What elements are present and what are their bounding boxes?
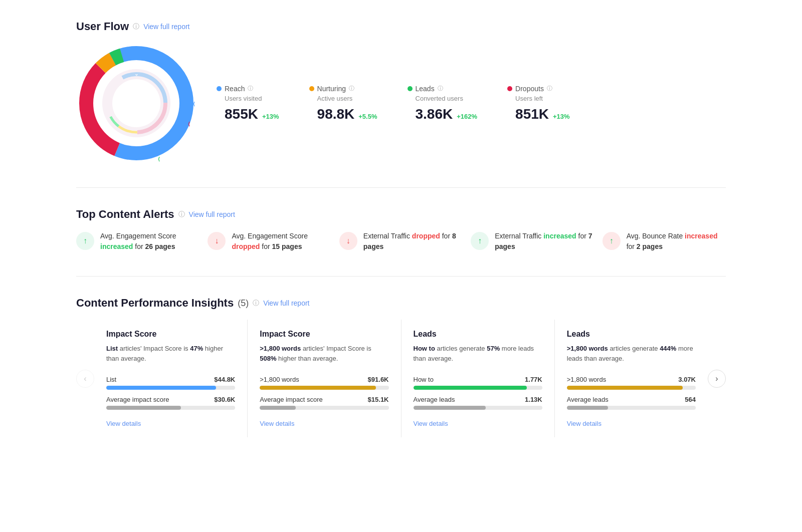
metric-value-dropouts: 851K	[515, 106, 549, 122]
insight-desc-2: >1,800 words articles' Impact Score is 5…	[260, 344, 388, 368]
bar-fill-avg-1	[106, 406, 181, 410]
alert-text-1: Avg. Engagement Score increased for 26 p…	[100, 231, 199, 252]
metric-info-dropouts[interactable]: ⓘ	[547, 85, 552, 92]
bar-label-avg-3: Average leads	[414, 396, 455, 403]
bar-track-primary-1	[106, 386, 235, 390]
prev-button[interactable]: ‹	[76, 370, 94, 388]
metric-dot-leads	[408, 86, 413, 91]
metric-change-reach: +13%	[262, 113, 279, 120]
bar-value-avg-1: $30.6K	[214, 396, 235, 403]
alert-icon-3: ↓	[339, 232, 357, 250]
metric-value-leads: 3.86K	[416, 106, 453, 122]
alert-card-3: ↓ External Traffic dropped for 8 pages	[339, 231, 463, 252]
bar-value-primary-2: $91.6K	[368, 376, 389, 383]
metric-label-row: Nurturing ⓘ	[309, 85, 377, 93]
view-details-2[interactable]: View details	[260, 420, 294, 427]
metrics-grid: Reach ⓘ Users visited 855K +13% Nurturin…	[217, 85, 726, 122]
alert-arrow-4: ↑	[478, 236, 482, 245]
alert-text-3: External Traffic dropped for 8 pages	[363, 231, 463, 252]
insights-carousel: ‹ Impact Score List articles' Impact Sco…	[76, 320, 726, 437]
metric-dot-reach	[217, 86, 222, 91]
insight-card-3: Leads How to articles generate 57% more …	[402, 320, 555, 437]
divider-2	[76, 276, 726, 277]
bar-value-primary-1: $44.8K	[214, 376, 235, 383]
metric-nurturing: Nurturing ⓘ Active users 98.8K +5.5%	[309, 85, 377, 122]
bar-fill-primary-3	[414, 386, 527, 390]
view-details-1[interactable]: View details	[106, 420, 141, 427]
metric-info-leads[interactable]: ⓘ	[438, 85, 443, 92]
metric-dot-dropouts	[507, 86, 512, 91]
alerts-section: Top Content Alerts ⓘ View full report ↑ …	[76, 200, 726, 264]
bar-value-primary-3: 1.77K	[525, 376, 542, 383]
bar-track-avg-2	[260, 406, 388, 410]
insights-view-report[interactable]: View full report	[263, 299, 309, 307]
bar-track-primary-3	[414, 386, 542, 390]
next-button[interactable]: ›	[708, 370, 726, 388]
metric-sub-nurturing: Active users	[317, 95, 377, 102]
alerts-header: Top Content Alerts ⓘ View full report	[76, 208, 726, 221]
bar-fill-avg-3	[414, 406, 486, 410]
metric-value-row-reach: 855K +13%	[225, 106, 279, 122]
bar-label-primary-3: How to	[414, 376, 434, 383]
user-flow-info-icon[interactable]: ⓘ	[133, 22, 139, 31]
metric-sub-leads: Converted users	[416, 95, 478, 102]
bar-row-primary-2: >1,800 words $91.6K	[260, 376, 388, 390]
insights-grid: Impact Score List articles' Impact Score…	[94, 320, 708, 437]
alert-arrow-5: ↑	[610, 236, 614, 245]
alerts-info-icon[interactable]: ⓘ	[178, 210, 185, 219]
insight-desc-1: List articles' Impact Score is 47% highe…	[106, 344, 235, 368]
user-flow-content: ⌄ ⟨ ⟨ ⟨ Reach ⓘ Users visited 855K +13%	[76, 43, 726, 163]
metric-dot-nurturing	[309, 86, 314, 91]
view-details-3[interactable]: View details	[414, 420, 448, 427]
bar-row-avg-4: Average leads 564	[567, 396, 696, 410]
metric-change-leads: +162%	[457, 113, 477, 120]
alert-arrow-1: ↑	[83, 236, 87, 245]
view-details-4[interactable]: View details	[567, 420, 602, 427]
insight-type-3: Leads	[414, 330, 542, 339]
alert-card-2: ↓ Avg. Engagement Score dropped for 15 p…	[208, 231, 331, 252]
alerts-grid: ↑ Avg. Engagement Score increased for 26…	[76, 231, 726, 252]
alert-arrow-3: ↓	[346, 236, 350, 245]
metric-info-reach[interactable]: ⓘ	[248, 85, 253, 92]
alert-arrow-2: ↓	[215, 236, 219, 245]
insight-type-1: Impact Score	[106, 330, 235, 339]
insights-header: Content Performance Insights (5) ⓘ View …	[76, 297, 726, 310]
user-flow-section: User Flow ⓘ View full report	[76, 12, 726, 175]
insights-section: Content Performance Insights (5) ⓘ View …	[76, 289, 726, 449]
bar-value-avg-3: 1.13K	[525, 396, 542, 403]
metric-value-row-leads: 3.86K +162%	[416, 106, 478, 122]
bar-track-avg-4	[567, 406, 696, 410]
metric-sub-reach: Users visited	[225, 95, 279, 102]
bar-value-avg-2: $15.1K	[368, 396, 389, 403]
svg-text:⟨: ⟨	[158, 156, 160, 162]
svg-text:⟨: ⟨	[188, 121, 190, 127]
metric-label-row: Leads ⓘ	[408, 85, 478, 93]
metric-change-nurturing: +5.5%	[358, 113, 377, 120]
bar-row-avg-1: Average impact score $30.6K	[106, 396, 235, 410]
bar-label-primary-2: >1,800 words	[260, 376, 299, 383]
alert-icon-5: ↑	[603, 232, 621, 250]
metric-info-nurturing[interactable]: ⓘ	[349, 85, 354, 92]
bar-value-avg-4: 564	[685, 396, 696, 403]
insights-info-icon[interactable]: ⓘ	[253, 299, 259, 308]
metric-dropouts: Dropouts ⓘ Users left 851K +13%	[507, 85, 570, 122]
svg-text:⌄: ⌄	[134, 71, 138, 77]
metric-value-row-nurturing: 98.8K +5.5%	[317, 106, 377, 122]
user-flow-view-report[interactable]: View full report	[143, 23, 189, 31]
bar-track-primary-2	[260, 386, 388, 390]
metric-label-leads: Leads	[416, 85, 435, 93]
bar-label-avg-4: Average leads	[567, 396, 609, 403]
donut-chart: ⌄ ⟨ ⟨ ⟨	[76, 43, 196, 163]
bar-row-primary-1: List $44.8K	[106, 376, 235, 390]
metric-sub-dropouts: Users left	[515, 95, 570, 102]
user-flow-header: User Flow ⓘ View full report	[76, 20, 726, 33]
bar-fill-primary-2	[260, 386, 376, 390]
svg-text:⟨: ⟨	[193, 101, 195, 107]
alerts-view-report[interactable]: View full report	[189, 210, 235, 218]
metric-change-dropouts: +13%	[553, 113, 570, 120]
metric-label-nurturing: Nurturing	[317, 85, 346, 93]
metric-label-row: Dropouts ⓘ	[507, 85, 570, 93]
metric-value-reach: 855K	[225, 106, 258, 122]
alert-card-4: ↑ External Traffic increased for 7 pages	[471, 231, 594, 252]
bar-label-avg-2: Average impact score	[260, 396, 323, 403]
